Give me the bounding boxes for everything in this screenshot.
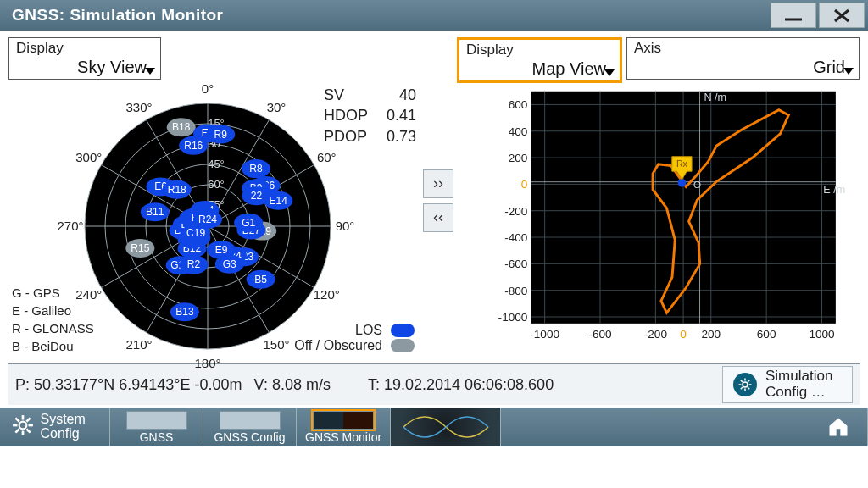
svg-text:Rx: Rx — [676, 158, 688, 169]
svg-text:R18: R18 — [168, 184, 186, 196]
svg-text:-1000: -1000 — [530, 328, 559, 341]
svg-text:600: 600 — [757, 328, 776, 341]
x-axis-label: E /m — [823, 184, 845, 196]
tab-gnss-monitor[interactable]: GNSS Monitor — [297, 408, 391, 446]
svg-line-152 — [741, 380, 743, 382]
chevron-down-icon — [145, 68, 155, 75]
main-panel: Display Sky View SV40 HDOP0.41 PDOP0.73 … — [0, 30, 868, 408]
svg-text:-800: -800 — [504, 285, 528, 297]
button-label: System Config — [41, 413, 98, 441]
svg-text:45°: 45° — [208, 158, 225, 170]
svg-text:B5: B5 — [254, 274, 267, 286]
svg-text:200: 200 — [509, 152, 528, 164]
svg-text:-400: -400 — [504, 231, 528, 244]
tab-gnss-config[interactable]: GNSS Config — [203, 408, 297, 446]
visibility-legend: LOS Off / Obscured — [294, 323, 415, 353]
chevron-down-icon — [843, 68, 854, 75]
svg-text:90°: 90° — [336, 219, 355, 233]
svg-text:R24: R24 — [198, 214, 217, 225]
svg-text:22: 22 — [251, 190, 263, 202]
svg-text:300°: 300° — [75, 150, 102, 164]
simulation-config-button[interactable]: Simulation Config … — [722, 366, 853, 403]
pane-forward-button[interactable]: ›› — [423, 169, 453, 198]
svg-text:600: 600 — [509, 98, 528, 111]
axis-dropdown[interactable]: Axis Grid — [626, 37, 860, 80]
svg-text:R15: R15 — [131, 242, 149, 254]
map-view-panel: Display Map View Axis Grid N /m E /m 600… — [457, 37, 860, 363]
gear-icon — [12, 414, 34, 440]
sky-view-panel: Display Sky View SV40 HDOP0.41 PDOP0.73 … — [8, 37, 420, 363]
svg-text:0: 0 — [680, 328, 687, 341]
dropdown-value: Sky View — [77, 58, 147, 76]
home-button[interactable] — [809, 408, 868, 446]
position-readout: P: 50.33177°N 6.94143°E -0.00m — [15, 376, 242, 394]
status-bar: P: 50.33177°N 6.94143°E -0.00m V: 8.08 m… — [8, 363, 860, 405]
button-label: Simulation Config … — [765, 369, 842, 400]
dropdown-label: Axis — [634, 40, 845, 57]
svg-text:O: O — [693, 179, 701, 190]
panel-nav: ›› ‹‹ — [420, 37, 457, 363]
signal-preview[interactable] — [391, 408, 501, 446]
svg-text:330°: 330° — [125, 100, 152, 114]
svg-point-156 — [19, 422, 26, 430]
close-button[interactable] — [819, 3, 865, 28]
svg-text:-1000: -1000 — [498, 311, 528, 324]
dropdown-label: Display — [16, 40, 147, 57]
svg-line-162 — [26, 429, 30, 432]
svg-text:0: 0 — [521, 178, 528, 191]
dropdown-label: Display — [466, 42, 606, 58]
svg-text:-600: -600 — [588, 328, 612, 341]
constellation-legend: G - GPS E - Galileo R - GLONASS B - BeiD… — [12, 284, 94, 355]
svg-line-163 — [15, 429, 19, 432]
svg-line-161 — [15, 418, 19, 421]
svg-text:-600: -600 — [504, 258, 528, 270]
home-icon — [826, 415, 851, 439]
svg-text:B11: B11 — [146, 206, 164, 218]
svg-line-153 — [748, 387, 749, 389]
svg-text:1000: 1000 — [809, 328, 835, 341]
svg-text:0°: 0° — [202, 85, 214, 96]
gear-icon — [733, 373, 757, 396]
window-title: GNSS: Simulation Monitor — [12, 6, 224, 25]
velocity-readout: V: 8.08 m/s — [254, 376, 331, 394]
svg-line-164 — [26, 418, 30, 421]
svg-text:E14: E14 — [270, 195, 288, 207]
right-display-dropdown[interactable]: Display Map View — [457, 37, 622, 83]
svg-text:200: 200 — [701, 328, 721, 341]
svg-text:30°: 30° — [267, 100, 287, 114]
svg-text:60°: 60° — [317, 150, 337, 164]
y-axis-label: N /m — [704, 92, 726, 103]
chevron-down-icon — [604, 69, 615, 76]
svg-text:-200: -200 — [504, 205, 528, 218]
left-display-dropdown[interactable]: Display Sky View — [8, 37, 161, 80]
svg-text:G1: G1 — [242, 217, 255, 229]
svg-point-147 — [743, 382, 748, 387]
svg-text:R8: R8 — [249, 163, 263, 175]
minimize-button[interactable] — [771, 3, 816, 28]
svg-text:E9: E9 — [215, 244, 228, 256]
svg-text:C19: C19 — [186, 227, 205, 239]
svg-line-154 — [741, 387, 743, 389]
tab-gnss[interactable]: GNSS — [110, 408, 203, 446]
svg-text:270°: 270° — [57, 219, 83, 233]
svg-text:B18: B18 — [172, 121, 191, 133]
task-bar: System Config GNSS GNSS Config GNSS Moni… — [0, 408, 868, 446]
title-bar: GNSS: Simulation Monitor — [0, 0, 868, 30]
svg-text:400: 400 — [509, 125, 528, 138]
svg-text:210°: 210° — [125, 337, 152, 352]
svg-text:-200: -200 — [644, 328, 668, 341]
svg-text:150°: 150° — [263, 337, 289, 352]
svg-text:180°: 180° — [194, 356, 220, 369]
svg-text:B13: B13 — [175, 306, 194, 318]
svg-text:120°: 120° — [314, 287, 340, 302]
dropdown-value: Grid — [813, 58, 845, 76]
svg-text:G3: G3 — [223, 258, 236, 270]
svg-line-155 — [748, 380, 749, 382]
svg-text:R16: R16 — [184, 140, 203, 152]
pane-back-button[interactable]: ‹‹ — [423, 203, 453, 232]
map-view-chart: N /m E /m 6004002000-200-400-600-800-100… — [489, 85, 853, 348]
svg-text:R9: R9 — [214, 129, 228, 141]
system-config-button[interactable]: System Config — [0, 408, 110, 446]
dropdown-value: Map View — [532, 59, 606, 78]
svg-text:R2: R2 — [187, 258, 201, 270]
